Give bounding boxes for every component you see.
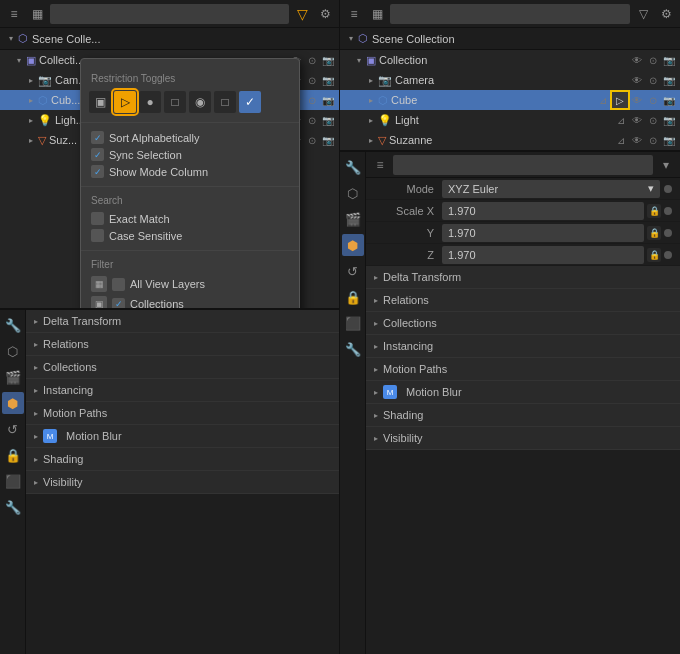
left-menu-icon[interactable]: ≡ xyxy=(4,4,24,24)
right-collections-section: ▸ Collections xyxy=(366,312,680,335)
left-sidebar-icon-1[interactable]: 🔧 xyxy=(2,314,24,336)
left-panel: ≡ ▦ ▽ ⚙ ▾ ⬡ Scene Colle... ▾ ▣ Collecti.… xyxy=(0,0,340,654)
right-delta-header[interactable]: ▸ Delta Transform xyxy=(366,266,680,288)
left-collections-header[interactable]: ▸ Collections xyxy=(26,356,339,378)
left-instancing-header[interactable]: ▸ Instancing xyxy=(26,379,339,401)
popup-icon-2[interactable]: ● xyxy=(139,91,161,113)
all-view-layers-row[interactable]: ▦ All View Layers xyxy=(81,274,299,294)
sync-selection-row[interactable]: Sync Selection xyxy=(81,146,299,163)
filter-section-title: Filter xyxy=(81,257,299,274)
scale-y-lock-icon[interactable]: 🔒 xyxy=(647,226,661,240)
scale-z-value-field[interactable]: 1.970 xyxy=(442,246,644,264)
popup-icon-6[interactable]: ✓ xyxy=(239,91,261,113)
left-sidebar-icon-3[interactable]: 🎬 xyxy=(2,366,24,388)
right-cube-item[interactable]: ▸ ⬡ Cube ⊿ ▷ 👁 ⊙ 📷 xyxy=(340,90,680,110)
popup-icon-1[interactable]: ▷ xyxy=(114,91,136,113)
right-search-input[interactable] xyxy=(390,4,630,24)
right-sidebar-icon-3[interactable]: 🎬 xyxy=(342,208,364,230)
right-props-icon[interactable]: ≡ xyxy=(370,155,390,175)
left-filter-active-icon[interactable]: ▽ xyxy=(292,4,312,24)
popup-icon-5[interactable]: □ xyxy=(214,91,236,113)
show-mode-label: Show Mode Column xyxy=(109,166,208,178)
left-relations-header[interactable]: ▸ Relations xyxy=(26,333,339,355)
left-sidebar-icon-4[interactable]: ⬢ xyxy=(2,392,24,414)
right-collections-header[interactable]: ▸ Collections xyxy=(366,312,680,334)
left-sidebar-icon-5[interactable]: ↺ xyxy=(2,418,24,440)
right-visibility-label: Visibility xyxy=(383,432,423,444)
right-highlighted-icon: ▷ xyxy=(612,92,628,108)
right-camera-label: Camera xyxy=(395,74,630,86)
exact-match-row[interactable]: Exact Match xyxy=(81,210,299,227)
right-sidebar-icon-6[interactable]: 🔒 xyxy=(342,286,364,308)
right-motion-paths-header[interactable]: ▸ Motion Paths xyxy=(366,358,680,380)
collections-filter-row[interactable]: ▣ Collections xyxy=(81,294,299,308)
right-camera-item[interactable]: ▸ 📷 Camera 👁 ⊙ 📷 xyxy=(340,70,680,90)
collections-checkbox[interactable] xyxy=(112,298,125,309)
left-scene-collection-row[interactable]: ▾ ⬡ Scene Colle... xyxy=(0,28,339,50)
right-extra-icon[interactable]: ⚙ xyxy=(656,4,676,24)
right-sidebar-icon-5[interactable]: ↺ xyxy=(342,260,364,282)
motion-blur-icon: M xyxy=(43,429,57,443)
right-collection-item[interactable]: ▾ ▣ Collection 👁 ⊙ 📷 xyxy=(340,50,680,70)
left-shading-header[interactable]: ▸ Shading xyxy=(26,448,339,470)
right-menu-icon[interactable]: ≡ xyxy=(344,4,364,24)
show-mode-row[interactable]: Show Mode Column xyxy=(81,163,299,180)
right-delta-section: ▸ Delta Transform xyxy=(366,266,680,289)
right-filter-icon[interactable]: ▽ xyxy=(633,4,653,24)
left-delta-header[interactable]: ▸ Delta Transform xyxy=(26,310,339,332)
sort-alphabetically-checkbox[interactable] xyxy=(91,131,104,144)
right-props-search-input[interactable] xyxy=(393,155,653,175)
right-suzanne-item[interactable]: ▸ ▽ Suzanne ⊿ 👁 ⊙ 📷 xyxy=(340,130,680,150)
eye-icon: 👁 xyxy=(630,95,644,106)
right-visibility-header[interactable]: ▸ Visibility xyxy=(366,427,680,449)
exact-match-checkbox[interactable] xyxy=(91,212,104,225)
right-props-scroll: Mode XYZ Euler ▾ Scale X 1.970 🔒 xyxy=(366,178,680,654)
right-sidebar-icon-2[interactable]: ⬡ xyxy=(342,182,364,204)
popup-icon-4[interactable]: ◉ xyxy=(189,91,211,113)
show-mode-checkbox[interactable] xyxy=(91,165,104,178)
all-view-layers-checkbox[interactable] xyxy=(112,278,125,291)
left-view-icon[interactable]: ▦ xyxy=(27,4,47,24)
right-sidebar-icon-4[interactable]: ⬢ xyxy=(342,234,364,256)
left-sidebar-icon-7[interactable]: ⬛ xyxy=(2,470,24,492)
scale-x-lock-icon[interactable]: 🔒 xyxy=(647,204,661,218)
left-extra-icon[interactable]: ⚙ xyxy=(315,4,335,24)
right-sidebar-icon-1[interactable]: 🔧 xyxy=(342,156,364,178)
left-sidebar-icon-2[interactable]: ⬡ xyxy=(2,340,24,362)
mode-select[interactable]: XYZ Euler ▾ xyxy=(442,180,660,198)
left-motion-blur-section: ▸ M Motion Blur xyxy=(26,425,339,448)
right-collection-icon: ▣ xyxy=(366,54,376,67)
right-shading-header[interactable]: ▸ Shading xyxy=(366,404,680,426)
right-sidebar-icon-8[interactable]: 🔧 xyxy=(342,338,364,360)
right-light-item[interactable]: ▸ 💡 Light ⊿ 👁 ⊙ 📷 xyxy=(340,110,680,130)
popup-icon-3[interactable]: □ xyxy=(164,91,186,113)
left-motion-paths-header[interactable]: ▸ Motion Paths xyxy=(26,402,339,424)
case-sensitive-checkbox[interactable] xyxy=(91,229,104,242)
left-shading-label: Shading xyxy=(43,453,83,465)
right-sidebar-icon-7[interactable]: ⬛ xyxy=(342,312,364,334)
right-camera-arrow: ▸ xyxy=(364,73,378,87)
case-sensitive-label: Case Sensitive xyxy=(109,230,182,242)
exact-match-label: Exact Match xyxy=(109,213,170,225)
right-instancing-header[interactable]: ▸ Instancing xyxy=(366,335,680,357)
scale-y-value-field[interactable]: 1.970 xyxy=(442,224,644,242)
sync-selection-checkbox[interactable] xyxy=(91,148,104,161)
left-search-input[interactable] xyxy=(50,4,289,24)
all-view-layers-icon: ▦ xyxy=(91,276,107,292)
right-view-icon[interactable]: ▦ xyxy=(367,4,387,24)
scale-z-lock-icon[interactable]: 🔒 xyxy=(647,248,661,262)
scale-x-value-field[interactable]: 1.970 xyxy=(442,202,644,220)
right-relations-header[interactable]: ▸ Relations xyxy=(366,289,680,311)
left-visibility-header[interactable]: ▸ Visibility xyxy=(26,471,339,493)
right-motion-blur-header[interactable]: ▸ M Motion Blur xyxy=(366,381,680,403)
left-sidebar-icon-6[interactable]: 🔒 xyxy=(2,444,24,466)
left-motion-blur-header[interactable]: ▸ M Motion Blur xyxy=(26,425,339,447)
case-sensitive-row[interactable]: Case Sensitive xyxy=(81,227,299,244)
popup-icon-0[interactable]: ▣ xyxy=(89,91,111,113)
right-scene-collection-row[interactable]: ▾ ⬡ Scene Collection xyxy=(340,28,680,50)
left-sidebar-icon-8[interactable]: 🔧 xyxy=(2,496,24,518)
sort-alphabetically-row[interactable]: Sort Alphabetically xyxy=(81,129,299,146)
left-visibility-label: Visibility xyxy=(43,476,83,488)
right-props-dropdown[interactable]: ▾ xyxy=(656,155,676,175)
popup-icons-row: ▣ ▷ ● □ ◉ □ ✓ xyxy=(81,88,299,116)
